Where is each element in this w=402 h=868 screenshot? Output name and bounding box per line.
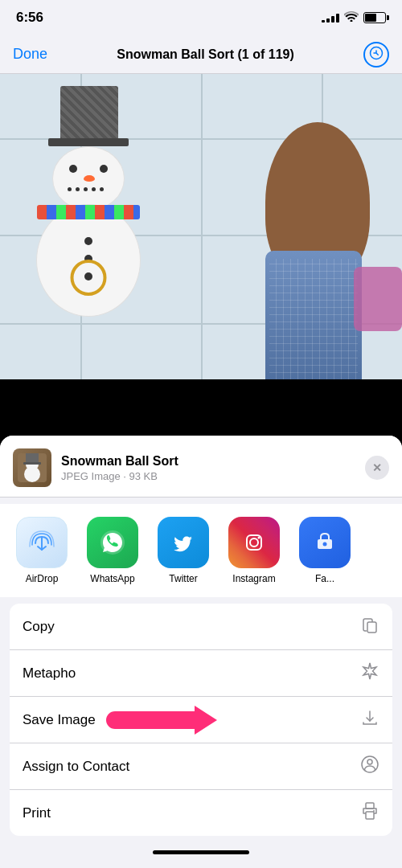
svg-rect-17 xyxy=(366,812,374,819)
battery-icon xyxy=(363,12,386,23)
svg-rect-13 xyxy=(367,622,376,633)
partial-icon xyxy=(299,517,351,568)
app-item-whatsapp[interactable]: WhatsApp xyxy=(80,517,145,584)
svg-rect-16 xyxy=(366,803,374,809)
action-copy[interactable]: Copy xyxy=(10,604,392,650)
share-thumbnail xyxy=(13,448,51,487)
svg-rect-5 xyxy=(23,462,41,465)
status-time: 6:56 xyxy=(16,10,43,26)
share-file-info: JPEG Image · 93 KB xyxy=(61,470,365,482)
app-item-airdrop[interactable]: AirDrop xyxy=(10,517,74,584)
whatsapp-icon xyxy=(87,517,138,568)
marker-symbol xyxy=(369,46,384,63)
share-info: Snowman Ball Sort JPEG Image · 93 KB xyxy=(61,454,365,482)
partial-label: Fa... xyxy=(315,573,334,584)
girl-figure xyxy=(225,122,386,379)
save-image-icon xyxy=(360,708,379,731)
copy-icon xyxy=(360,615,379,638)
pink-arrow-annotation xyxy=(106,706,217,735)
svg-point-9 xyxy=(250,538,258,547)
app-item-partial[interactable]: Fa... xyxy=(293,517,357,584)
close-icon: ✕ xyxy=(372,461,382,474)
assign-contact-icon xyxy=(360,755,379,778)
bottom-bar xyxy=(0,842,402,868)
instagram-label: Instagram xyxy=(232,573,275,584)
copy-label: Copy xyxy=(23,619,55,635)
share-close-button[interactable]: ✕ xyxy=(365,456,389,480)
action-save-image[interactable]: Save Image xyxy=(10,697,392,743)
svg-point-3 xyxy=(24,466,40,482)
share-filename: Snowman Ball Sort xyxy=(61,454,365,469)
whatsapp-label: WhatsApp xyxy=(90,573,134,584)
share-header: Snowman Ball Sort JPEG Image · 93 KB ✕ xyxy=(0,436,402,497)
status-bar: 6:56 xyxy=(0,0,402,35)
action-assign-contact[interactable]: Assign to Contact xyxy=(10,743,392,790)
svg-point-18 xyxy=(373,810,375,812)
assign-contact-label: Assign to Contact xyxy=(23,759,129,775)
save-image-label: Save Image xyxy=(23,712,96,728)
app-item-twitter[interactable]: Twitter xyxy=(151,517,215,584)
action-list: Copy Metapho Save Image xyxy=(10,604,392,836)
svg-point-10 xyxy=(258,537,260,539)
print-label: Print xyxy=(23,805,51,821)
marker-icon-button[interactable] xyxy=(363,42,389,68)
nav-bar: Done Snowman Ball Sort (1 of 119) xyxy=(0,35,402,74)
app-icons-row: AirDrop WhatsApp Twitter xyxy=(0,504,402,597)
app-item-instagram[interactable]: Instagram xyxy=(222,517,286,584)
signal-bars-icon xyxy=(322,14,339,23)
instagram-icon xyxy=(228,517,280,568)
share-sheet: Snowman Ball Sort JPEG Image · 93 KB ✕ A… xyxy=(0,436,402,868)
svg-rect-4 xyxy=(26,453,39,463)
action-print[interactable]: Print xyxy=(10,790,392,836)
metapho-label: Metapho xyxy=(23,665,76,682)
airdrop-icon xyxy=(16,517,68,568)
twitter-icon xyxy=(158,517,209,568)
svg-point-12 xyxy=(323,542,327,547)
home-indicator xyxy=(153,850,249,854)
svg-point-15 xyxy=(367,760,372,764)
metapho-icon xyxy=(360,661,379,685)
photo-area xyxy=(0,74,402,379)
nav-title: Snowman Ball Sort (1 of 119) xyxy=(117,47,293,62)
action-metapho[interactable]: Metapho xyxy=(10,650,392,697)
print-icon xyxy=(360,801,379,825)
wifi-icon xyxy=(344,11,359,24)
status-icons xyxy=(322,11,386,24)
twitter-label: Twitter xyxy=(169,573,197,584)
airdrop-label: AirDrop xyxy=(26,573,59,584)
done-button[interactable]: Done xyxy=(13,46,47,63)
